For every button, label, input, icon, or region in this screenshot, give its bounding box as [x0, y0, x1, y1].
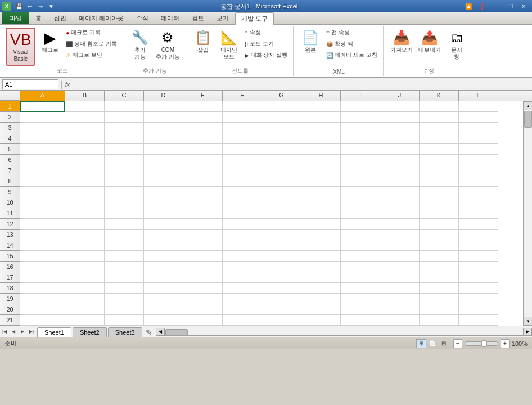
cell-f9[interactable]: [223, 187, 262, 197]
cell-a13[interactable]: [20, 230, 65, 240]
cell-l14[interactable]: [459, 240, 498, 251]
normal-view-btn[interactable]: ⊞: [416, 339, 426, 348]
scroll-left-btn[interactable]: ◀: [156, 328, 165, 336]
cell-d21[interactable]: [144, 315, 183, 326]
row-header-19[interactable]: 19: [0, 294, 20, 304]
cell-j15[interactable]: [380, 251, 420, 262]
cell-b4[interactable]: [65, 133, 105, 144]
cell-b9[interactable]: [65, 187, 105, 197]
tab-page-layout[interactable]: 페이지 레이아웃: [73, 12, 130, 24]
cell-e9[interactable]: [183, 187, 223, 197]
cell-a4[interactable]: [20, 133, 65, 144]
cell-j18[interactable]: [380, 283, 420, 294]
cell-f11[interactable]: [223, 208, 262, 219]
cell-e17[interactable]: [183, 272, 223, 283]
cell-h19[interactable]: [301, 294, 341, 304]
cell-e13[interactable]: [183, 230, 223, 240]
relative-ref-button[interactable]: ⬛ 상대 참조로 기록: [64, 39, 119, 49]
cell-d2[interactable]: [144, 112, 183, 123]
cell-i15[interactable]: [341, 251, 380, 262]
cell-f13[interactable]: [223, 230, 262, 240]
cell-a6[interactable]: [20, 155, 65, 165]
cell-k5[interactable]: [420, 144, 459, 155]
cell-e16[interactable]: [183, 262, 223, 272]
cell-i13[interactable]: [341, 230, 380, 240]
xml-source-button[interactable]: 📄 원본: [298, 28, 323, 55]
cell-b16[interactable]: [65, 262, 105, 272]
cell-c15[interactable]: [105, 251, 144, 262]
sheet-tab-2[interactable]: Sheet2: [73, 327, 107, 337]
cell-k14[interactable]: [420, 240, 459, 251]
row-header-8[interactable]: 8: [0, 176, 20, 187]
cell-g13[interactable]: [262, 230, 301, 240]
horizontal-scrollbar[interactable]: ◀ ▶: [156, 326, 532, 337]
cell-f14[interactable]: [223, 240, 262, 251]
cell-b1[interactable]: [65, 101, 105, 112]
cell-e1[interactable]: [183, 101, 223, 112]
cell-k6[interactable]: [420, 155, 459, 165]
cell-e18[interactable]: [183, 283, 223, 294]
cell-h6[interactable]: [301, 155, 341, 165]
cell-d4[interactable]: [144, 133, 183, 144]
cell-a17[interactable]: [20, 272, 65, 283]
cell-a2[interactable]: [20, 112, 65, 123]
cell-i9[interactable]: [341, 187, 380, 197]
cell-e10[interactable]: [183, 197, 223, 208]
cell-d9[interactable]: [144, 187, 183, 197]
cell-f20[interactable]: [223, 304, 262, 315]
cell-a21[interactable]: [20, 315, 65, 326]
view-code-button[interactable]: {} 코드 보기: [242, 39, 290, 49]
cell-l1[interactable]: [459, 101, 498, 112]
cell-d3[interactable]: [144, 123, 183, 133]
cell-i12[interactable]: [341, 219, 380, 230]
cell-d1[interactable]: [144, 101, 183, 112]
col-header-j[interactable]: J: [380, 91, 420, 101]
cell-a18[interactable]: [20, 283, 65, 294]
cell-k10[interactable]: [420, 197, 459, 208]
row-header-14[interactable]: 14: [0, 240, 20, 251]
cell-a11[interactable]: [20, 208, 65, 219]
cell-l8[interactable]: [459, 176, 498, 187]
cell-d10[interactable]: [144, 197, 183, 208]
cell-i17[interactable]: [341, 272, 380, 283]
tab-review[interactable]: 검토: [186, 12, 210, 24]
cell-j17[interactable]: [380, 272, 420, 283]
cell-f15[interactable]: [223, 251, 262, 262]
cell-l16[interactable]: [459, 262, 498, 272]
col-header-i[interactable]: I: [341, 91, 380, 101]
cell-i21[interactable]: [341, 315, 380, 326]
cell-a1[interactable]: [20, 101, 65, 112]
document-panel-button[interactable]: 🗂 문서창: [444, 28, 469, 61]
cell-g14[interactable]: [262, 240, 301, 251]
cell-g5[interactable]: [262, 144, 301, 155]
cell-b13[interactable]: [65, 230, 105, 240]
row-header-4[interactable]: 4: [0, 133, 20, 144]
cell-e20[interactable]: [183, 304, 223, 315]
cell-c14[interactable]: [105, 240, 144, 251]
vertical-scrollbar[interactable]: ▲ ▼: [523, 101, 532, 326]
cell-i6[interactable]: [341, 155, 380, 165]
cell-c6[interactable]: [105, 155, 144, 165]
qa-dropdown-btn[interactable]: ▼: [47, 2, 56, 11]
cell-b20[interactable]: [65, 304, 105, 315]
cell-i11[interactable]: [341, 208, 380, 219]
cell-d16[interactable]: [144, 262, 183, 272]
cell-b10[interactable]: [65, 197, 105, 208]
cell-j10[interactable]: [380, 197, 420, 208]
cell-a3[interactable]: [20, 123, 65, 133]
cell-e3[interactable]: [183, 123, 223, 133]
row-header-16[interactable]: 16: [0, 262, 20, 272]
col-header-c[interactable]: C: [105, 91, 144, 101]
col-header-b[interactable]: B: [65, 91, 105, 101]
cell-c21[interactable]: [105, 315, 144, 326]
cell-j8[interactable]: [380, 176, 420, 187]
cell-h16[interactable]: [301, 262, 341, 272]
cell-l17[interactable]: [459, 272, 498, 283]
sheet-next-btn[interactable]: ▶: [18, 327, 27, 336]
cell-h12[interactable]: [301, 219, 341, 230]
cell-a10[interactable]: [20, 197, 65, 208]
cell-h4[interactable]: [301, 133, 341, 144]
cell-c1[interactable]: [105, 101, 144, 112]
page-break-view-btn[interactable]: ⊟: [439, 339, 449, 348]
cell-k7[interactable]: [420, 165, 459, 176]
